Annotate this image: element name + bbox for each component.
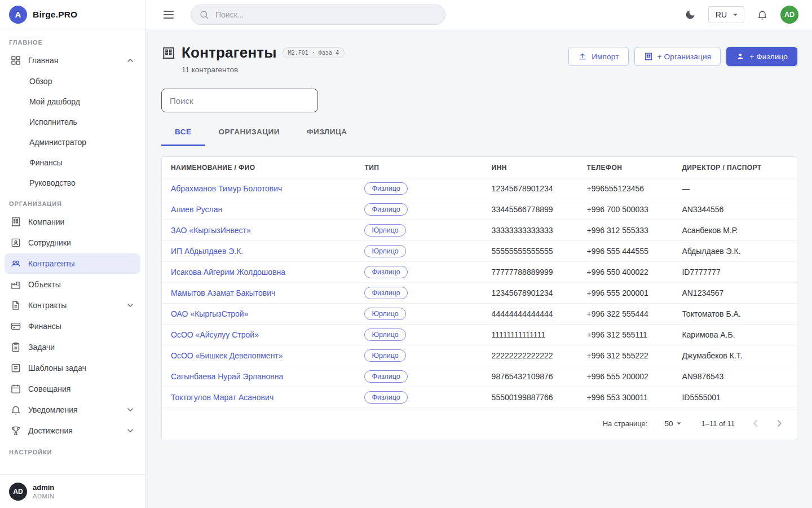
sidebar-item-contracts[interactable]: Контракты — [5, 295, 140, 316]
sidebar-item-counterparties[interactable]: Контрагенты — [5, 253, 140, 274]
sidebar-item-companies[interactable]: Компании — [5, 212, 140, 232]
counterparty-link[interactable]: Исакова Айгерим Жолдошовна — [171, 268, 285, 277]
inn-cell: 12345678901234 — [483, 178, 578, 199]
type-chip: Юрлицо — [364, 308, 405, 320]
inn-cell: 44444444444444 — [483, 304, 578, 325]
counterparty-link[interactable]: Мамытов Азамат Бакытович — [171, 288, 275, 297]
finance-icon — [10, 321, 21, 332]
counterparty-link[interactable]: Алиев Руслан — [171, 205, 222, 214]
person-icon — [736, 52, 745, 61]
director-cell: Асанбеков М.Р. — [673, 220, 797, 241]
menu-button[interactable] — [161, 8, 176, 21]
inn-cell: 33333333333333 — [483, 220, 578, 241]
sidebar-subitem[interactable]: Финансы — [5, 152, 140, 173]
employees-icon — [10, 237, 21, 248]
brand-logo: A — [9, 6, 27, 24]
add-person-button[interactable]: + Физлицо — [726, 47, 797, 66]
dark-mode-toggle[interactable] — [683, 8, 697, 21]
sidebar-item-achievements[interactable]: Достижения — [5, 421, 140, 441]
main-area: RU AD — [145, 0, 812, 508]
caret-down-icon — [674, 418, 684, 428]
sidebar-subitem[interactable]: Руководство — [5, 173, 140, 193]
counterparty-link[interactable]: Сагынбаева Нурай Эрлановна — [171, 372, 283, 381]
column-header-name: НАИМЕНОВАНИЕ / ФИО — [162, 157, 355, 178]
table-row: Абрахманов Тимур БолотовичФизлицо1234567… — [162, 178, 797, 199]
phone-cell: +996 550 400022 — [578, 262, 673, 283]
counterparty-link[interactable]: Абрахманов Тимур Болотович — [171, 184, 282, 193]
table-row: ЗАО «КыргызИнвест»Юрлицо33333333333333+9… — [162, 220, 797, 241]
sidebar-item-meetings[interactable]: Совещания — [5, 379, 140, 399]
prev-page-button[interactable] — [748, 416, 763, 431]
language-value: RU — [716, 10, 727, 19]
table-row: Исакова Айгерим ЖолдошовнаФизлицо7777778… — [162, 262, 797, 283]
per-page-label: На странице: — [603, 419, 648, 428]
import-button[interactable]: Импорт — [568, 47, 628, 66]
sidebar-subitem[interactable]: Исполнитель — [5, 112, 140, 132]
sidebar-item-label: Уведомления — [28, 405, 78, 414]
sidebar: A Birge.PRO ГЛАВНОЕГлавнаяОбзорМой дашбо… — [0, 0, 145, 508]
table-row: ОАО «КыргызСтрой»Юрлицо44444444444444+99… — [162, 304, 797, 325]
upload-icon — [578, 52, 587, 61]
counterparties-card: НАИМЕНОВАНИЕ / ФИО ТИП ИНН ТЕЛЕФОН ДИРЕК… — [161, 156, 797, 440]
sidebar-item-objects[interactable]: Объекты — [5, 274, 140, 295]
director-cell: ID5555001 — [673, 387, 797, 408]
language-select[interactable]: RU — [708, 6, 744, 23]
counterparty-link[interactable]: ЗАО «КыргызИнвест» — [171, 226, 251, 235]
sidebar-subitem[interactable]: Администратор — [5, 132, 140, 152]
inn-cell: 55500199887766 — [483, 387, 578, 408]
counterparty-link[interactable]: ОсОО «Айсулуу Строй» — [171, 330, 259, 339]
notifications-button[interactable] — [756, 8, 769, 21]
add-organization-button[interactable]: + Организация — [634, 47, 721, 66]
tab-organizations[interactable]: ОРГАНИЗАЦИИ — [205, 119, 293, 146]
table-row: Токтогулов Марат АсановичФизлицо55500199… — [162, 387, 797, 408]
type-chip: Юрлицо — [364, 245, 405, 257]
inn-cell: 33445566778899 — [483, 199, 578, 220]
sidebar-item-employees[interactable]: Сотрудники — [5, 233, 140, 253]
table-row: Алиев РусланФизлицо33445566778899+996 70… — [162, 199, 797, 220]
director-cell: Токтоматов Б.А. — [673, 304, 797, 325]
counterparty-search-input[interactable] — [161, 89, 318, 112]
objects-icon — [10, 279, 21, 290]
page-actions: Импорт + Организация + Физлицо — [568, 47, 797, 66]
type-chip: Юрлицо — [364, 349, 405, 362]
menu-icon — [164, 11, 174, 12]
director-cell: Каримова А.Б. — [673, 325, 797, 345]
user-avatar[interactable]: AD — [780, 6, 798, 24]
sidebar-item-task-templates[interactable]: Шаблоны задач — [5, 358, 140, 378]
sidebar-item-notifications[interactable]: Уведомления — [5, 400, 140, 420]
phone-cell: +996 553 300011 — [578, 387, 673, 408]
inn-cell: 77777788889999 — [483, 262, 578, 283]
pager — [748, 416, 787, 431]
director-cell: Джумабеков К.Т. — [673, 345, 797, 366]
user-role: ADMIN — [33, 493, 54, 500]
page-title: Контрагенты — [182, 44, 277, 62]
type-chip: Юрлицо — [364, 224, 405, 237]
moon-icon — [685, 9, 696, 20]
phone-cell: +996 555 444555 — [578, 241, 673, 262]
sidebar-item-home[interactable]: Главная — [5, 50, 140, 71]
table-row: Мамытов Азамат БакытовичФизлицо123456789… — [162, 283, 797, 304]
inn-cell: 12345678901234 — [483, 283, 578, 304]
next-page-button[interactable] — [772, 416, 787, 431]
phone-cell: +996 322 555444 — [578, 304, 673, 325]
app-root: A Birge.PRO ГЛАВНОЕГлавнаяОбзорМой дашбо… — [0, 0, 812, 508]
table-row: ИП Абдылдаев Э.К.Юрлицо55555555555555+99… — [162, 241, 797, 262]
sidebar-item-finance[interactable]: Финансы — [5, 316, 140, 336]
user-footer[interactable]: AD admin ADMIN — [0, 474, 145, 508]
global-search-input[interactable] — [214, 10, 437, 20]
sidebar-subitem[interactable]: Мой дашборд — [5, 91, 140, 112]
counterparty-link[interactable]: ОАО «КыргызСтрой» — [171, 309, 248, 318]
sidebar-subitem[interactable]: Обзор — [5, 71, 140, 91]
bell-icon — [757, 9, 768, 20]
sidebar-item-tasks[interactable]: Задачи — [5, 337, 140, 357]
chevron-left-icon — [749, 417, 762, 430]
table-row: ОсОО «Айсулуу Строй»Юрлицо11111111111111… — [162, 325, 797, 345]
counterparty-link[interactable]: Токтогулов Марат Асанович — [171, 393, 273, 402]
contracts-icon — [10, 300, 21, 311]
counterparty-link[interactable]: ОсОО «Бишкек Девелопмент» — [171, 351, 283, 360]
tab-individuals[interactable]: ФИЗЛИЦА — [293, 119, 361, 146]
tab-all[interactable]: ВСЕ — [161, 119, 205, 146]
per-page-select[interactable]: 50 — [661, 418, 687, 429]
counterparty-link[interactable]: ИП Абдылдаев Э.К. — [171, 247, 243, 256]
type-chip: Физлицо — [364, 391, 407, 404]
